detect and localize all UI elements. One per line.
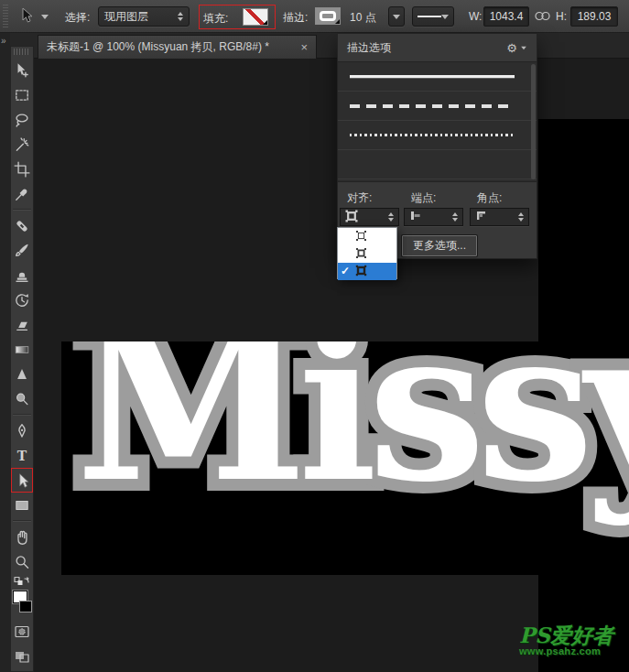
close-tab-icon[interactable]: ×	[300, 41, 308, 53]
tools-panel: T	[10, 46, 34, 672]
rectangle-tool[interactable]	[11, 493, 33, 517]
caps-dropdown[interactable]	[404, 208, 463, 226]
line-style-preview-icon	[418, 16, 441, 17]
crop-icon	[14, 161, 30, 178]
expand-panels-chevron-icon[interactable]: »	[1, 36, 5, 46]
swatch-corner-icon	[335, 19, 340, 24]
pen-tool[interactable]	[11, 418, 33, 443]
move-tool-icon	[14, 62, 30, 79]
history-brush-tool[interactable]	[11, 287, 33, 312]
updown-arrows-icon	[178, 12, 183, 21]
dodge-icon	[14, 391, 30, 407]
stroke-style-preview-icon	[320, 11, 336, 21]
zoom-icon	[14, 554, 30, 570]
screen-mode[interactable]	[11, 644, 33, 668]
eyedropper-tool[interactable]	[11, 181, 33, 206]
rectangular-marquee-tool[interactable]	[11, 82, 33, 107]
swatch-corner-icon	[263, 20, 267, 25]
crop-tool[interactable]	[11, 157, 33, 181]
select-label: 选择:	[65, 10, 90, 26]
updown-arrows-icon	[452, 212, 458, 222]
quick-mask-mode[interactable]	[11, 619, 33, 644]
watermark-brand: PS爱好者	[519, 624, 629, 646]
panel-menu-button[interactable]: ⚙	[506, 41, 527, 55]
stroke-panel-header: 描边选项 ⚙	[338, 34, 537, 61]
background-color-swatch[interactable]	[19, 601, 32, 612]
zoom-tool[interactable]	[11, 549, 33, 574]
hand-tool[interactable]	[11, 525, 33, 549]
eraser-tool[interactable]	[11, 312, 33, 337]
fill-swatch[interactable]	[243, 8, 268, 26]
align-option-inside[interactable]	[338, 228, 396, 245]
align-inside-icon	[355, 230, 367, 244]
dashed-line-icon	[350, 104, 515, 108]
more-options-button[interactable]: 更多选项...	[402, 235, 477, 256]
align-outside-icon	[345, 210, 358, 225]
stroke-width-value[interactable]: 10 点	[350, 10, 376, 26]
stroke-options-panel: 描边选项 ⚙ 对齐: 端点: 角点: 更多选项...	[337, 33, 537, 259]
lasso-tool[interactable]	[11, 107, 33, 132]
clone-stamp-tool[interactable]	[11, 263, 33, 287]
type-tool[interactable]: T	[11, 443, 33, 468]
healing-brush-tool[interactable]	[11, 213, 33, 238]
healing-brush-icon	[14, 218, 30, 234]
height-input[interactable]: 189.03	[570, 6, 618, 27]
current-tool-icon[interactable]	[17, 6, 36, 28]
corners-dropdown[interactable]	[470, 208, 529, 226]
magic-wand-tool[interactable]	[11, 132, 33, 157]
tools-separator	[13, 414, 31, 416]
tools-panel-grip[interactable]	[14, 49, 30, 55]
checkmark-icon: ✓	[341, 265, 350, 277]
document-tab[interactable]: 未标题-1 @ 100% (Missyuan 拷贝, RGB/8#) * ×	[38, 35, 317, 59]
stroke-line-style-dropdown[interactable]	[412, 6, 454, 27]
fill-label: 填充:	[203, 11, 228, 27]
align-outside-icon	[355, 265, 367, 279]
quick-mask-icon	[14, 624, 30, 639]
tool-preset-caret-icon[interactable]	[41, 15, 49, 19]
hand-icon	[14, 529, 30, 546]
align-dropdown-open: ✓	[337, 227, 397, 279]
options-bar-grip[interactable]	[3, 5, 8, 27]
gradient-tool[interactable]	[11, 337, 33, 362]
watermark-url: www.psahz.com	[519, 646, 629, 657]
foreground-background-swatches[interactable]	[11, 590, 33, 619]
history-brush-icon	[14, 292, 30, 309]
blur-tool[interactable]	[11, 362, 33, 386]
butt-cap-icon	[409, 210, 421, 224]
brush-tool[interactable]	[11, 238, 33, 263]
align-dropdown-closed[interactable]	[340, 208, 399, 226]
stroke-preset-empty	[338, 150, 537, 179]
select-mode-dropdown[interactable]: 现用图层	[98, 6, 190, 27]
select-mode-value: 现用图层	[104, 9, 148, 25]
corners-label: 角点:	[477, 190, 502, 206]
miter-corner-icon	[475, 210, 487, 224]
align-option-outside[interactable]: ✓	[338, 263, 396, 280]
updown-arrows-icon	[518, 212, 524, 222]
stroke-swatch[interactable]	[315, 7, 341, 25]
align-center-icon	[355, 247, 367, 262]
rectangle-tool-icon	[14, 497, 30, 514]
stroke-preset-dotted[interactable]	[338, 121, 537, 150]
rectangular-marquee-icon	[14, 87, 30, 103]
align-option-center[interactable]	[338, 245, 396, 263]
width-input[interactable]: 1043.4	[483, 6, 529, 27]
watermark: PS爱好者 www.psahz.com	[519, 624, 629, 657]
tools-separator	[13, 209, 31, 211]
move-tool[interactable]	[11, 58, 33, 82]
stroke-preset-solid[interactable]	[338, 62, 537, 92]
stroke-width-dropdown-button[interactable]	[388, 6, 405, 27]
caps-label: 端点:	[411, 190, 436, 206]
caret-down-icon	[393, 15, 400, 19]
link-dimensions-icon[interactable]	[534, 10, 551, 25]
options-bar: 选择: 现用图层 填充: 描边: 10 点 W: 1043.4 H: 189.0…	[0, 0, 629, 33]
eyedropper-icon	[14, 186, 30, 202]
canvas-surface[interactable]: Missy Missy	[61, 341, 629, 575]
stroke-preset-list	[338, 61, 537, 182]
swap-colors[interactable]	[11, 574, 33, 590]
canvas-text-fill-layer: Missy	[76, 341, 629, 510]
preset-list-scrollbar[interactable]	[531, 64, 536, 179]
fill-annotation-box: 填充:	[199, 5, 276, 29]
direct-selection-tool[interactable]	[11, 468, 33, 493]
dodge-tool[interactable]	[11, 386, 33, 411]
stroke-preset-dashed[interactable]	[338, 92, 537, 121]
